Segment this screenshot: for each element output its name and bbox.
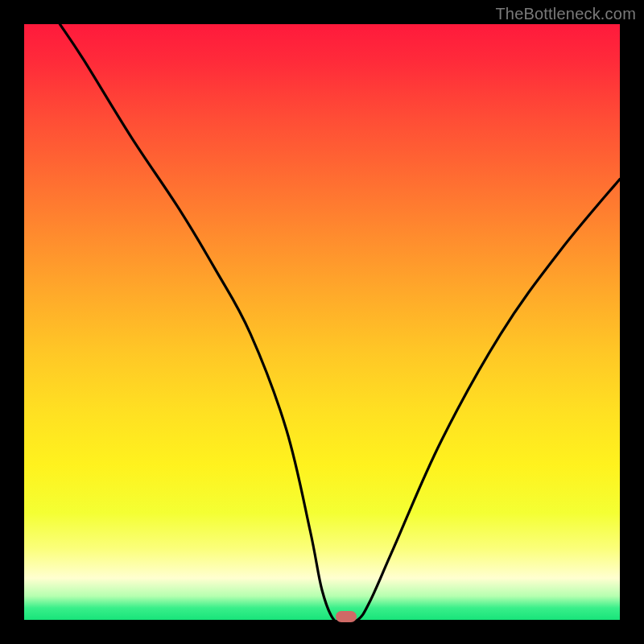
bottleneck-curve [24,24,620,620]
plot-area [24,24,620,620]
optimum-marker [336,611,357,622]
chart-frame: TheBottleneck.com [0,0,644,644]
watermark-text: TheBottleneck.com [495,5,636,23]
